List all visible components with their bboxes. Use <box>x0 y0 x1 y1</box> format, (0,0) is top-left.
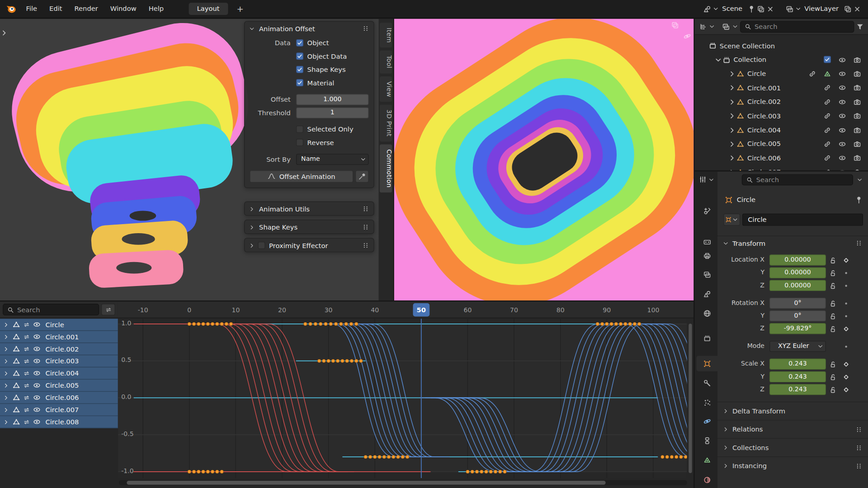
viewport-overlay-icon[interactable] <box>671 21 679 29</box>
grip-icon[interactable] <box>362 241 370 249</box>
link-icon[interactable] <box>823 84 831 92</box>
camera-icon[interactable] <box>853 140 861 148</box>
eyedropper-button[interactable] <box>355 170 368 183</box>
new-scene-icon[interactable] <box>757 5 765 13</box>
z-value-field[interactable]: -99.829° <box>769 323 826 334</box>
blender-logo-icon[interactable] <box>5 3 16 14</box>
expand-icon[interactable] <box>728 168 736 170</box>
chevron-right-icon[interactable] <box>249 242 255 249</box>
outliner-row-circle-002[interactable]: Circle.002 <box>695 95 868 109</box>
outliner-row-circle-006[interactable]: Circle.006 <box>695 151 868 165</box>
lock-open-icon[interactable] <box>828 256 836 264</box>
grip-icon[interactable] <box>855 239 863 247</box>
properties-tab-printer[interactable] <box>696 248 717 263</box>
properties-tab-data-mesh[interactable] <box>696 452 717 467</box>
properties-tab-collection[interactable] <box>696 330 717 346</box>
offset-animation-button[interactable]: Offset Animation <box>250 170 353 183</box>
remove-viewlayer-icon[interactable] <box>853 5 861 13</box>
link-icon[interactable] <box>823 140 831 148</box>
properties-tab-scene[interactable] <box>696 286 717 301</box>
grip-icon[interactable] <box>855 443 863 451</box>
timeline-ruler[interactable]: -100102030406070809010050 <box>118 301 693 318</box>
chevron-right-icon[interactable] <box>3 394 9 401</box>
eye-icon[interactable] <box>33 394 41 402</box>
camera-icon[interactable] <box>853 56 861 64</box>
outliner-row-circle-003[interactable]: Circle.003 <box>695 109 868 123</box>
diamond-icon[interactable] <box>842 256 850 264</box>
outliner-row-circle-005[interactable]: Circle.005 <box>695 137 868 151</box>
lock-open-icon[interactable] <box>828 385 836 394</box>
remove-scene-icon[interactable] <box>766 5 774 13</box>
sidebar-tab-item[interactable]: Item <box>380 23 392 48</box>
eye-icon[interactable] <box>33 418 41 426</box>
dot-icon[interactable] <box>842 268 850 277</box>
channel-circle-002[interactable]: Circle.002 <box>0 343 118 355</box>
channel-search-input[interactable]: Search <box>3 304 99 315</box>
chevron-right-icon[interactable] <box>3 382 9 389</box>
expand-icon[interactable] <box>728 98 736 106</box>
chevron-down-icon[interactable] <box>722 240 729 247</box>
properties-tab-constraint[interactable] <box>696 433 717 448</box>
chevron-right-icon[interactable] <box>3 406 9 413</box>
channel-circle-007[interactable]: Circle.007 <box>0 404 118 416</box>
data-mesh-icon[interactable] <box>823 70 831 78</box>
outliner-row-circle-004[interactable]: Circle.004 <box>695 123 868 137</box>
camera-icon[interactable] <box>853 70 861 78</box>
panel-collections[interactable]: Collections <box>717 438 868 456</box>
collection-include-checkbox[interactable] <box>824 56 831 63</box>
chevron-right-icon[interactable] <box>249 206 255 212</box>
proximity-effector-enable-checkbox[interactable] <box>258 242 265 249</box>
link-icon[interactable] <box>823 112 831 120</box>
camera-icon[interactable] <box>853 98 861 106</box>
grip-icon[interactable] <box>362 205 370 213</box>
panel-delta-transform[interactable]: Delta Transform <box>717 402 868 420</box>
eye-icon[interactable] <box>33 333 41 341</box>
current-frame-badge[interactable]: 50 <box>413 303 429 316</box>
chevron-right-icon[interactable] <box>722 408 729 414</box>
expand-icon[interactable] <box>714 56 722 64</box>
chevron-down-icon[interactable] <box>249 25 255 32</box>
outliner-row-collection[interactable]: Collection <box>695 53 868 67</box>
link-icon[interactable] <box>823 98 831 106</box>
outliner-search-input[interactable]: Search <box>740 21 854 33</box>
chevron-right-icon[interactable] <box>722 463 729 469</box>
properties-tab-physics[interactable] <box>696 413 717 429</box>
panel-proximity-effector[interactable]: Proximity Effector <box>244 238 374 253</box>
outliner-row-circle-007[interactable]: Circle.007 <box>695 165 868 171</box>
rotation-x-value-field[interactable]: 0° <box>769 298 826 309</box>
grip-icon[interactable] <box>362 24 370 33</box>
link-icon[interactable] <box>808 70 816 78</box>
dot-icon[interactable] <box>842 312 850 320</box>
eye-icon[interactable] <box>838 84 846 92</box>
expand-icon[interactable] <box>728 140 736 148</box>
eye-icon[interactable] <box>838 112 846 120</box>
link-icon[interactable] <box>823 154 831 162</box>
properties-tab-world[interactable] <box>696 305 717 321</box>
scale-x-value-field[interactable]: 0.243 <box>769 358 826 369</box>
channel-circle-006[interactable]: Circle.006 <box>0 392 118 404</box>
properties-tab-render[interactable] <box>696 234 717 249</box>
chevron-down-icon[interactable] <box>708 177 715 183</box>
link-icon[interactable] <box>823 126 831 134</box>
sidebar-tab-3d-print[interactable]: 3D Print <box>380 105 392 142</box>
scene-selector[interactable]: Scene <box>702 4 746 14</box>
chevron-right-icon[interactable] <box>3 418 9 425</box>
add-workspace-button[interactable]: + <box>235 5 246 13</box>
dot-icon[interactable] <box>842 282 850 290</box>
channel-circle-001[interactable]: Circle.001 <box>0 331 118 343</box>
diamond-icon[interactable] <box>842 360 850 368</box>
camera-icon[interactable] <box>853 84 861 92</box>
channel-circle[interactable]: Circle <box>0 319 118 331</box>
chevron-down-icon[interactable] <box>708 23 715 30</box>
chevron-down-icon[interactable] <box>732 23 739 30</box>
chevron-right-icon[interactable] <box>3 333 9 340</box>
diamond-icon[interactable] <box>842 385 850 394</box>
z-value-field[interactable]: 0.00000 <box>769 280 826 291</box>
properties-search-input[interactable]: Search <box>742 174 853 185</box>
location-x-value-field[interactable]: 0.00000 <box>769 254 826 265</box>
curve-canvas[interactable] <box>118 319 687 478</box>
expand-icon[interactable] <box>728 70 736 78</box>
properties-tab-wrench[interactable] <box>696 375 717 390</box>
filter-icon[interactable] <box>856 23 864 31</box>
eye-icon[interactable] <box>838 126 846 134</box>
